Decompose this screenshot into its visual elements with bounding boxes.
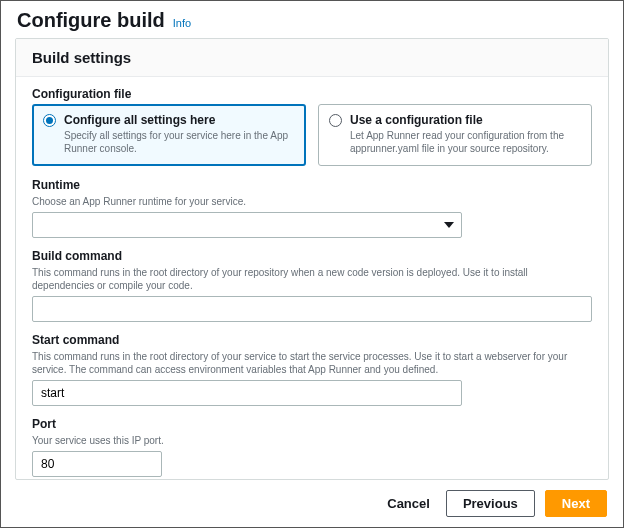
option-desc: Let App Runner read your configuration f… [350,129,581,155]
build-command-desc: This command runs in the root directory … [32,266,592,292]
runtime-select-wrap [32,212,462,238]
option-title: Use a configuration file [350,113,581,127]
runtime-label: Runtime [32,178,592,192]
port-section: Port Your service uses this IP port. [32,417,592,477]
panel-header: Build settings [16,39,608,77]
option-title: Configure all settings here [64,113,295,127]
runtime-select[interactable] [32,212,462,238]
port-label: Port [32,417,592,431]
panel-title: Build settings [32,49,592,66]
option-text: Use a configuration file Let App Runner … [350,113,581,155]
option-configure-here[interactable]: Configure all settings here Specify all … [32,104,306,166]
panel-body: Configuration file Configure all setting… [16,77,608,479]
start-command-desc: This command runs in the root directory … [32,350,592,376]
runtime-section: Runtime Choose an App Runner runtime for… [32,178,592,238]
page-header: Configure build Info [15,9,609,38]
option-desc: Specify all settings for your service he… [64,129,295,155]
page-title: Configure build [17,9,165,32]
configuration-file-options: Configure all settings here Specify all … [32,104,592,166]
radio-icon [329,114,342,127]
port-desc: Your service uses this IP port. [32,434,592,447]
port-input[interactable] [32,451,162,477]
option-use-config-file[interactable]: Use a configuration file Let App Runner … [318,104,592,166]
page-container: Configure build Info Build settings Conf… [0,0,624,528]
cancel-button[interactable]: Cancel [381,490,436,517]
next-button[interactable]: Next [545,490,607,517]
start-command-input[interactable] [32,380,462,406]
build-command-input[interactable] [32,296,592,322]
previous-button[interactable]: Previous [446,490,535,517]
runtime-desc: Choose an App Runner runtime for your se… [32,195,592,208]
option-text: Configure all settings here Specify all … [64,113,295,155]
build-settings-panel: Build settings Configuration file Config… [15,38,609,480]
build-command-label: Build command [32,249,592,263]
configuration-file-section: Configuration file Configure all setting… [32,87,592,166]
configuration-file-label: Configuration file [32,87,592,101]
start-command-label: Start command [32,333,592,347]
radio-icon [43,114,56,127]
wizard-footer: Cancel Previous Next [15,480,609,517]
start-command-section: Start command This command runs in the r… [32,333,592,406]
info-link[interactable]: Info [173,17,191,29]
build-command-section: Build command This command runs in the r… [32,249,592,322]
